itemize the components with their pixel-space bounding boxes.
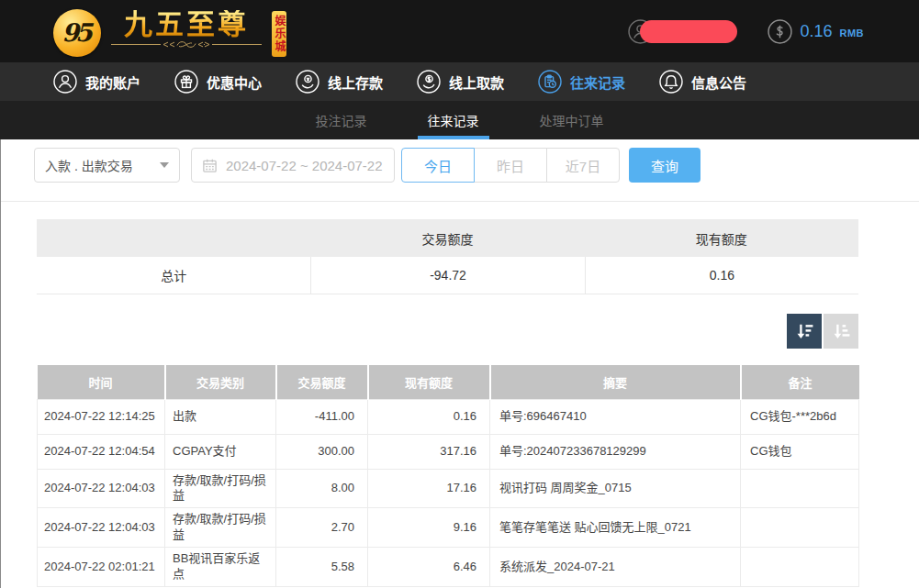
brand-monogram: 95 [62, 18, 93, 47]
header-type: 交易类别 [165, 365, 276, 399]
header-summary: 摘要 [490, 365, 741, 399]
tab-pending-orders[interactable]: 处理中订单 [530, 101, 614, 139]
cell-balance: 0.16 [368, 399, 490, 434]
tab-betting-records[interactable]: 投注记录 [306, 101, 377, 139]
summary-header-row: 交易额度 现有额度 [37, 219, 858, 257]
cell-summary: 单号:202407233678129299 [490, 434, 741, 469]
cell-type: CGPAY支付 [165, 434, 276, 469]
flourish-decoration-icon [109, 39, 263, 50]
withdraw-icon [417, 70, 441, 94]
records-icon [538, 70, 562, 94]
brand-title: 九五至尊 [124, 10, 249, 40]
calendar-icon [202, 158, 218, 173]
balance-amount: 0.16 [800, 22, 832, 41]
summary-total-row: 总计 -94.72 0.16 [37, 257, 858, 294]
search-button[interactable]: 查询 [629, 148, 700, 183]
date-range-input[interactable]: 2024-07-22 ~ 2024-07-22 [191, 148, 395, 183]
table-row: 2024-07-22 02:01:21 BB视讯百家乐返点 5.58 6.46 … [38, 548, 859, 587]
sub-nav: 投注记录 往来记录 处理中订单 [0, 101, 919, 139]
notice-icon [659, 70, 683, 94]
balance-display[interactable]: 0.16 RMB [768, 19, 864, 44]
cell-summary: 笔笔存笔笔送 贴心回馈无上限_0721 [490, 508, 741, 548]
table-row: 2024-07-22 12:04:03 存款/取款/打码/损益 2.70 9.1… [38, 508, 859, 548]
main-nav: 我的账户 优惠中心 线上存款 线上取款 [0, 62, 919, 101]
table-row: 2024-07-22 12:04:03 存款/取款/打码/损益 8.00 17.… [38, 469, 859, 508]
nav-item-deposit[interactable]: 线上存款 [296, 70, 383, 94]
cell-amount: -411.00 [276, 399, 368, 434]
today-button[interactable]: 今日 [401, 148, 475, 183]
summary-table: 交易额度 现有额度 总计 -94.72 0.16 [37, 219, 858, 294]
cell-time: 2024-07-22 12:14:25 [38, 399, 165, 434]
cell-amount: 8.00 [276, 469, 368, 508]
transaction-type-select[interactable]: 入款 . 出款交易 [34, 148, 180, 183]
quick-range-group: 今日 昨日 近7日 [401, 148, 620, 183]
summary-total-transaction: -94.72 [310, 257, 584, 294]
cell-balance: 6.46 [368, 548, 490, 587]
nav-label: 我的账户 [85, 72, 140, 92]
cell-balance: 9.16 [368, 508, 490, 548]
table-row: 2024-07-22 12:14:25 出款 -411.00 0.16 单号:6… [38, 399, 859, 434]
header-time: 时间 [38, 365, 165, 399]
brand-logo-icon: 95 [53, 9, 101, 57]
cell-note: CG钱包-***2b6d [741, 399, 859, 434]
cell-note [741, 508, 859, 548]
cell-type: BB视讯百家乐返点 [165, 548, 276, 587]
sort-descending-button[interactable] [787, 314, 822, 349]
cell-summary: 系统派发_2024-07-21 [490, 548, 741, 587]
username-redacted [640, 20, 737, 43]
summary-header-empty [37, 219, 310, 257]
nav-label: 优惠中心 [207, 72, 262, 92]
transactions-table: 时间 交易类别 交易额度 现有额度 摘要 备注 2024-07-22 12:14… [37, 365, 859, 587]
section-divider [0, 201, 919, 202]
header-note: 备注 [741, 365, 859, 399]
cell-note [741, 469, 859, 508]
header-balance: 现有额度 [368, 365, 490, 399]
cell-note: CG钱包 [741, 434, 859, 469]
cell-summary: 视讯打码 周周奖金_0715 [490, 469, 741, 508]
brand-badge: 娱乐城 [272, 11, 286, 57]
cell-amount: 5.58 [276, 548, 368, 587]
date-range-value: 2024-07-22 ~ 2024-07-22 [226, 158, 383, 173]
balance-currency: RMB [839, 28, 864, 39]
top-header: 95 九五至尊 娱乐城 0.16 [0, 0, 919, 62]
cell-summary: 单号:696467410 [490, 399, 741, 434]
sort-ascending-icon [832, 322, 851, 341]
yesterday-button[interactable]: 昨日 [474, 148, 547, 183]
summary-header-transaction: 交易额度 [310, 219, 584, 257]
header-amount: 交易额度 [276, 365, 368, 399]
nav-label: 信息公告 [691, 72, 746, 92]
nav-item-promotions[interactable]: 优惠中心 [174, 70, 262, 94]
cell-time: 2024-07-22 12:04:03 [38, 469, 165, 508]
table-row: 2024-07-22 12:04:54 CGPAY支付 300.00 317.1… [38, 434, 859, 469]
nav-item-announcements[interactable]: 信息公告 [659, 70, 746, 94]
tab-transaction-records[interactable]: 往来记录 [418, 101, 489, 139]
nav-label: 往来记录 [570, 72, 625, 92]
sort-controls [37, 314, 858, 349]
last7days-button[interactable]: 近7日 [546, 148, 620, 183]
table-header-row: 时间 交易类别 交易额度 现有额度 摘要 备注 [38, 365, 859, 399]
summary-header-balance: 现有额度 [585, 219, 858, 257]
cell-type: 存款/取款/打码/损益 [165, 508, 276, 548]
cell-type: 出款 [165, 399, 276, 434]
sort-descending-icon [795, 322, 814, 341]
sort-ascending-button[interactable] [824, 314, 858, 349]
chevron-down-icon [160, 162, 169, 168]
cell-amount: 2.70 [276, 508, 368, 548]
filter-bar: 入款 . 出款交易 2024-07-22 ~ 2024-07-22 今日 昨日 … [34, 148, 919, 183]
nav-label: 线上取款 [449, 72, 504, 92]
nav-item-account[interactable]: 我的账户 [53, 70, 140, 94]
account-icon [53, 70, 77, 94]
summary-total-label: 总计 [37, 257, 310, 294]
brand-logo[interactable]: 95 九五至尊 娱乐城 [53, 6, 286, 57]
nav-item-records[interactable]: 往来记录 [538, 70, 625, 94]
cell-time: 2024-07-22 12:04:03 [38, 508, 165, 548]
nav-label: 线上存款 [328, 72, 383, 92]
nav-item-withdraw[interactable]: 线上取款 [417, 70, 504, 94]
cell-balance: 17.16 [368, 469, 490, 508]
cell-type: 存款/取款/打码/损益 [165, 469, 276, 508]
account-menu[interactable] [628, 19, 737, 44]
cell-time: 2024-07-22 02:01:21 [38, 548, 165, 587]
cell-time: 2024-07-22 12:04:54 [38, 434, 165, 469]
cell-balance: 317.16 [368, 434, 490, 469]
cell-note [741, 548, 859, 587]
